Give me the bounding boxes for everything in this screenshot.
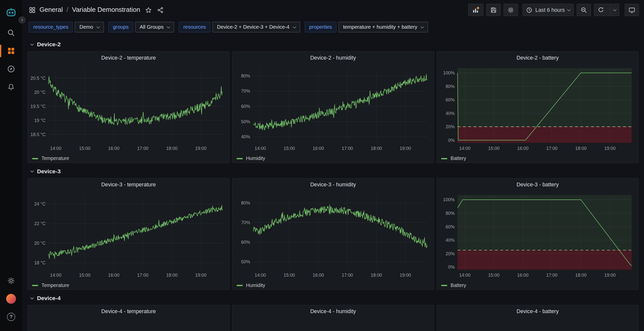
row-title: Device-3 bbox=[37, 168, 61, 174]
panel-chart: 40%50%60%70%80%14:0015:0016:0017:0018:00… bbox=[233, 63, 434, 153]
variable-resource-types: resource_types Demo bbox=[29, 22, 104, 32]
variable-value: Demo bbox=[80, 24, 93, 30]
dashboard-settings-button[interactable] bbox=[504, 4, 518, 16]
sidebar-spacer bbox=[0, 96, 22, 272]
svg-text:14:00: 14:00 bbox=[50, 146, 61, 151]
legend[interactable]: Battery bbox=[437, 280, 638, 290]
legend-swatch bbox=[32, 285, 38, 286]
add-panel-button[interactable] bbox=[468, 4, 483, 16]
legend-swatch bbox=[441, 158, 447, 159]
panel: Device-4 - battery bbox=[437, 305, 639, 331]
legend-label: Battery bbox=[450, 156, 466, 161]
sidebar-item-profile[interactable] bbox=[0, 290, 22, 308]
variable-groups: groups All Groups bbox=[108, 22, 174, 32]
panel-title[interactable]: Device-3 - humidity bbox=[233, 179, 434, 190]
svg-text:50%: 50% bbox=[241, 259, 250, 264]
svg-text:18:00: 18:00 bbox=[575, 146, 587, 151]
legend-swatch bbox=[237, 158, 243, 159]
variable-value-dropdown[interactable]: Device-2 + Device-3 + Device-4 bbox=[212, 22, 300, 32]
svg-text:18:00: 18:00 bbox=[166, 146, 177, 151]
svg-text:60%: 60% bbox=[241, 240, 250, 245]
sidebar-item-search[interactable] bbox=[0, 24, 22, 42]
dashboards-grid-icon bbox=[7, 47, 15, 55]
star-button[interactable] bbox=[145, 6, 152, 13]
svg-text:14:00: 14:00 bbox=[255, 273, 266, 278]
panel-title[interactable]: Device-2 - temperature bbox=[28, 52, 229, 63]
dashboard-header: General / Variable Demonstration bbox=[22, 0, 644, 20]
legend-label: Temperature bbox=[42, 282, 69, 288]
variable-label: resource_types bbox=[29, 22, 73, 32]
row-header-device-3[interactable]: Device-3 bbox=[31, 168, 638, 174]
panel-title[interactable]: Device-2 - battery bbox=[437, 52, 638, 63]
apps-grid-icon bbox=[29, 6, 36, 13]
compass-icon bbox=[7, 65, 15, 73]
panel: Device-4 - temperature bbox=[27, 305, 230, 331]
refresh-button[interactable] bbox=[594, 4, 619, 16]
save-dashboard-button[interactable] bbox=[486, 4, 501, 16]
chevron-down-icon bbox=[96, 25, 100, 28]
svg-text:17:00: 17:00 bbox=[546, 146, 557, 151]
clock-icon bbox=[526, 7, 532, 13]
panel-title[interactable]: Device-4 - temperature bbox=[28, 305, 229, 317]
panel-title[interactable]: Device-4 - humidity bbox=[233, 305, 434, 317]
variable-value-dropdown[interactable]: All Groups bbox=[135, 22, 174, 32]
legend-swatch bbox=[32, 158, 38, 159]
chevron-down-icon bbox=[421, 25, 424, 28]
time-picker-button[interactable]: Last 6 hours bbox=[523, 4, 574, 16]
sidebar-item-alerting[interactable] bbox=[0, 78, 22, 96]
panel-chart: 18.5 °C19 °C19.5 °C20 °C20.5 °C14:0015:0… bbox=[28, 63, 229, 153]
svg-text:0%: 0% bbox=[448, 265, 455, 270]
svg-text:14:00: 14:00 bbox=[50, 273, 61, 278]
sidebar-item-configuration[interactable] bbox=[0, 272, 22, 290]
svg-text:18 °C: 18 °C bbox=[34, 260, 46, 265]
bell-icon bbox=[7, 83, 15, 91]
sidebar-item-help[interactable]: ? bbox=[0, 308, 22, 326]
variable-label: groups bbox=[108, 22, 133, 32]
panel-chart: 0%20%40%60%80%100%14:0015:0016:0017:0018… bbox=[437, 63, 638, 153]
legend-swatch bbox=[237, 285, 243, 286]
svg-text:40%: 40% bbox=[446, 111, 455, 116]
panel-chart bbox=[233, 317, 434, 331]
svg-text:17:00: 17:00 bbox=[137, 273, 148, 278]
panel-chart: 0%20%40%60%80%100%14:0015:0016:0017:0018… bbox=[437, 190, 638, 280]
variable-value-dropdown[interactable]: Demo bbox=[75, 22, 104, 32]
monitor-icon bbox=[628, 6, 635, 13]
panel: Device-3 - temperature18 °C20 °C22 °C24 … bbox=[27, 178, 230, 290]
variable-label: resources bbox=[179, 22, 210, 32]
legend[interactable]: Humidity bbox=[233, 280, 434, 290]
sidebar-item-dashboards[interactable] bbox=[0, 42, 22, 60]
save-icon bbox=[490, 6, 497, 13]
breadcrumb-folder[interactable]: General bbox=[40, 6, 63, 13]
legend[interactable]: Humidity bbox=[233, 153, 434, 163]
zoom-out-button[interactable] bbox=[577, 4, 591, 16]
panel-title[interactable]: Device-4 - battery bbox=[437, 305, 638, 317]
svg-text:19:00: 19:00 bbox=[604, 273, 616, 278]
sidebar-expand-button[interactable] bbox=[18, 16, 25, 23]
row-header-device-2[interactable]: Device-2 bbox=[31, 41, 638, 48]
kiosk-mode-button[interactable] bbox=[625, 4, 639, 16]
sidebar-item-explore[interactable] bbox=[0, 60, 22, 78]
panel-title[interactable]: Device-3 - battery bbox=[437, 179, 638, 190]
star-icon bbox=[145, 6, 152, 13]
refresh-interval-dropdown[interactable] bbox=[610, 4, 619, 16]
svg-text:16:00: 16:00 bbox=[108, 146, 120, 151]
legend-label: Humidity bbox=[246, 156, 265, 161]
legend[interactable]: Battery bbox=[437, 153, 638, 163]
variable-value: All Groups bbox=[140, 24, 164, 30]
legend[interactable]: Temperature bbox=[28, 280, 229, 290]
svg-text:19:00: 19:00 bbox=[195, 273, 207, 278]
svg-text:17:00: 17:00 bbox=[342, 146, 353, 151]
svg-text:15:00: 15:00 bbox=[79, 273, 90, 278]
svg-text:16:00: 16:00 bbox=[313, 273, 324, 278]
app-root: ? General / Variable Demonstration bbox=[0, 0, 644, 331]
panel-title[interactable]: Device-3 - temperature bbox=[28, 179, 229, 190]
legend[interactable]: Temperature bbox=[28, 153, 229, 163]
variable-value-dropdown[interactable]: temperature + humidity + battery bbox=[338, 22, 428, 32]
dashboard-title[interactable]: Variable Demonstration bbox=[72, 6, 140, 13]
row-header-device-4[interactable]: Device-4 bbox=[31, 295, 638, 301]
svg-text:15:00: 15:00 bbox=[284, 146, 295, 151]
panel-title[interactable]: Device-2 - humidity bbox=[233, 52, 434, 63]
svg-text:50%: 50% bbox=[241, 119, 250, 124]
search-icon bbox=[7, 29, 15, 37]
share-button[interactable] bbox=[157, 6, 164, 13]
